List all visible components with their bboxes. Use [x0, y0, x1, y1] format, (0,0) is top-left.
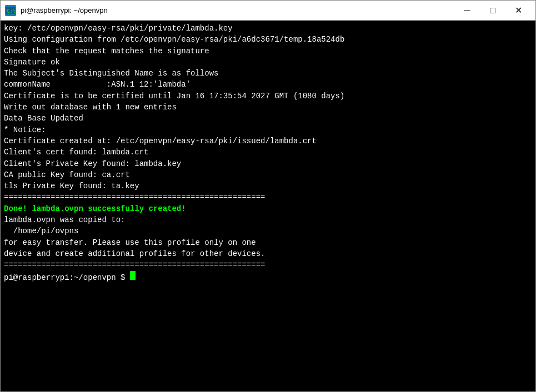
- svg-text:C:\: C:\: [7, 8, 16, 14]
- terminal-line: for easy transfer. Please use this profi…: [4, 237, 532, 248]
- title-bar: C:\ pi@raspberrypi: ~/openvpn ─ □ ✕: [1, 1, 535, 21]
- terminal-line: CA public Key found: ca.crt: [4, 169, 532, 180]
- terminal-line: The Subject's Distinguished Name is as f…: [4, 68, 532, 79]
- window-title: pi@raspberrypi: ~/openvpn: [21, 6, 454, 14]
- terminal-line: Done! lambda.ovpn successfully created!: [4, 203, 532, 214]
- terminal-line: Client's cert found: lambda.crt: [4, 147, 532, 158]
- window-icon: C:\: [5, 5, 16, 16]
- terminal-line: /home/pi/ovpns: [4, 225, 532, 237]
- terminal-line: key: /etc/openvpn/easy-rsa/pki/private/l…: [4, 23, 532, 34]
- maximize-button[interactable]: □: [480, 1, 505, 21]
- terminal-line: Certificate is to be certified until Jan…: [4, 91, 532, 102]
- terminal-line: Certificate created at: /etc/openvpn/eas…: [4, 135, 532, 147]
- terminal-line: device and create additional profiles fo…: [4, 248, 532, 259]
- terminal-prompt-line: pi@raspberrypi:~/openvpn $: [4, 271, 532, 283]
- terminal-line: commonName :ASN.1 12:'lambda': [4, 79, 532, 90]
- terminal-line: tls Private Key found: ta.key: [4, 180, 532, 192]
- close-button[interactable]: ✕: [505, 1, 531, 21]
- terminal-line: Using configuration from /etc/openvpn/ea…: [4, 34, 532, 45]
- terminal-prompt: pi@raspberrypi:~/openvpn $: [4, 272, 130, 283]
- terminal-line: Check that the request matches the signa…: [4, 46, 532, 57]
- terminal-line: Client's Private Key found: lambda.key: [4, 158, 532, 169]
- terminal-line: ========================================…: [4, 259, 532, 270]
- window-controls: ─ □ ✕: [454, 1, 531, 21]
- terminal-line: lambda.ovpn was copied to:: [4, 214, 532, 225]
- terminal-line: Write out database with 1 new entries: [4, 102, 532, 113]
- terminal-line: Data Base Updated: [4, 113, 532, 124]
- terminal-window: C:\ pi@raspberrypi: ~/openvpn ─ □ ✕ key:…: [0, 0, 536, 392]
- terminal-cursor: [130, 271, 136, 280]
- terminal-line: * Notice:: [4, 124, 532, 135]
- terminal-body[interactable]: key: /etc/openvpn/easy-rsa/pki/private/l…: [1, 21, 535, 391]
- terminal-line: ========================================…: [4, 192, 532, 203]
- terminal-line: Signature ok: [4, 57, 532, 68]
- minimize-button[interactable]: ─: [454, 1, 480, 21]
